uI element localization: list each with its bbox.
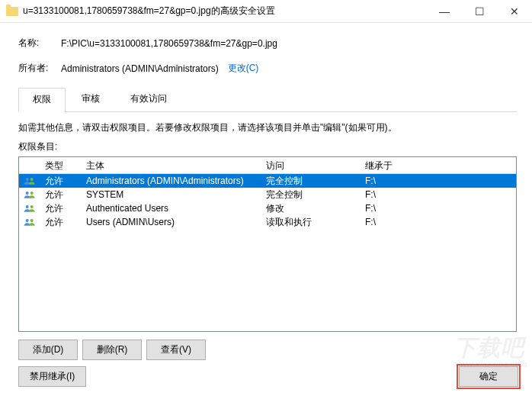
- cell-inherited: F:\: [361, 187, 516, 202]
- remove-button[interactable]: 删除(R): [82, 340, 142, 360]
- name-label: 名称:: [18, 37, 61, 50]
- group-icon: [19, 174, 40, 188]
- svg-point-6: [26, 219, 29, 222]
- change-owner-link[interactable]: 更改(C): [228, 62, 259, 75]
- owner-value: Administrators (ADMIN\Administrators): [61, 63, 219, 74]
- entries-label: 权限条目:: [18, 140, 517, 153]
- cell-principal: Authenticated Users: [82, 201, 261, 216]
- col-inherited[interactable]: 继承于: [361, 157, 516, 173]
- svg-point-1: [30, 178, 34, 181]
- cell-type: 允许: [40, 214, 82, 231]
- col-access[interactable]: 访问: [261, 157, 361, 173]
- col-type[interactable]: 类型: [40, 157, 82, 173]
- maximize-button[interactable]: ☐: [462, 0, 497, 23]
- owner-label: 所有者:: [18, 62, 61, 75]
- svg-point-3: [30, 192, 34, 195]
- ok-button[interactable]: 确定: [459, 366, 518, 387]
- tab-audit[interactable]: 审核: [67, 87, 114, 111]
- col-principal[interactable]: 主体: [82, 157, 261, 173]
- disable-inheritance-button[interactable]: 禁用继承(I): [18, 366, 86, 387]
- cell-inherited: F:\: [361, 214, 516, 230]
- cell-inherited: F:\: [361, 201, 516, 216]
- view-button[interactable]: 查看(V): [146, 340, 206, 360]
- add-button[interactable]: 添加(D): [18, 340, 78, 360]
- svg-point-5: [30, 205, 34, 208]
- cell-principal: Users (ADMIN\Users): [82, 214, 261, 230]
- table-row[interactable]: 允许Users (ADMIN\Users)读取和执行F:\: [19, 215, 516, 229]
- tab-permissions[interactable]: 权限: [18, 88, 66, 112]
- permission-table: 类型 主体 访问 继承于 允许Administrators (ADMIN\Adm…: [18, 156, 517, 332]
- close-button[interactable]: ✕: [497, 0, 532, 23]
- svg-point-4: [26, 205, 29, 208]
- svg-point-7: [30, 219, 34, 222]
- minimize-button[interactable]: —: [427, 0, 462, 23]
- group-icon: [19, 201, 40, 215]
- svg-point-2: [26, 192, 29, 195]
- group-icon: [19, 188, 40, 201]
- tab-strip: 权限 审核 有效访问: [18, 87, 517, 112]
- tab-effective-access[interactable]: 有效访问: [116, 87, 181, 111]
- folder-icon: [6, 7, 18, 16]
- svg-point-0: [26, 178, 29, 181]
- instruction-text: 如需其他信息，请双击权限项目。若要修改权限项目，请选择该项目并单击"编辑"(如果…: [18, 121, 517, 134]
- name-value: F:\PIC\u=3133100081,1780659738&fm=27&gp=…: [61, 38, 277, 49]
- cell-access: 读取和执行: [261, 214, 361, 231]
- window-title: u=3133100081,1780659738&fm=27&gp=0.jpg的高…: [23, 5, 427, 18]
- group-icon: [19, 215, 40, 229]
- cell-principal: SYSTEM: [82, 187, 261, 202]
